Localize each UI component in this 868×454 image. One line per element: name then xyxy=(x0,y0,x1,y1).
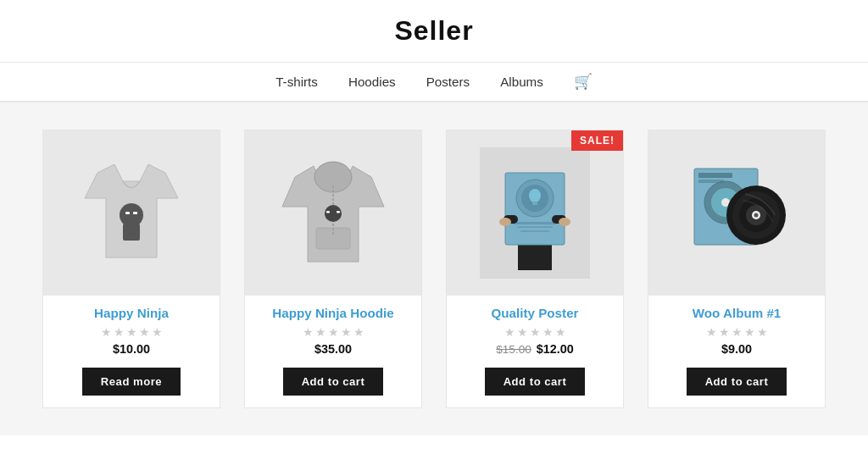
svg-rect-9 xyxy=(316,228,350,249)
products-grid: Happy Ninja ★ ★ ★ ★ ★ $10.00 Read more xyxy=(34,130,834,408)
svg-rect-13 xyxy=(337,211,340,213)
svg-point-20 xyxy=(529,189,541,202)
svg-point-2 xyxy=(120,203,143,227)
hoodie-image xyxy=(278,147,388,279)
svg-point-28 xyxy=(559,218,570,226)
product-card-happy-ninja: Happy Ninja ★ ★ ★ ★ ★ $10.00 Read more xyxy=(42,130,220,408)
products-section: Happy Ninja ★ ★ ★ ★ ★ $10.00 Read more xyxy=(0,102,868,435)
svg-rect-34 xyxy=(698,173,732,178)
svg-point-27 xyxy=(499,218,511,226)
product-image-album xyxy=(648,130,825,296)
product-card-woo-album: Woo Album #1 ★ ★ ★ ★ ★ $9.00 Add to cart xyxy=(648,130,826,408)
page-title: Seller xyxy=(0,15,868,47)
product-price-hoodie: $35.00 xyxy=(314,342,352,356)
nav-posters[interactable]: Posters xyxy=(426,75,470,89)
svg-point-11 xyxy=(325,205,342,222)
navigation: T-shirts Hoodies Posters Albums 🛒 xyxy=(0,63,868,102)
tshirt-image xyxy=(76,147,186,279)
product-title-album[interactable]: Woo Album #1 xyxy=(686,306,788,320)
svg-rect-3 xyxy=(123,224,140,241)
svg-rect-22 xyxy=(514,222,556,224)
svg-rect-24 xyxy=(520,230,549,232)
product-title-happy-ninja[interactable]: Happy Ninja xyxy=(87,306,175,320)
nav-tshirts[interactable]: T-shirts xyxy=(275,75,318,89)
product-price-poster: $15.00 $12.00 xyxy=(496,342,574,356)
sale-badge: SALE! xyxy=(571,130,623,151)
add-to-cart-button-album[interactable]: Add to cart xyxy=(687,368,787,396)
svg-point-41 xyxy=(754,213,759,218)
product-price-happy-ninja: $10.00 xyxy=(113,342,150,356)
page-header: Seller xyxy=(0,0,868,63)
svg-rect-23 xyxy=(517,226,553,228)
product-card-quality-poster: SALE! xyxy=(446,130,624,408)
product-price-album: $9.00 xyxy=(721,342,752,356)
product-image-poster: SALE! xyxy=(447,130,623,296)
nav-hoodies[interactable]: Hoodies xyxy=(348,75,396,89)
cart-icon[interactable]: 🛒 xyxy=(574,73,593,91)
product-rating-album: ★ ★ ★ ★ ★ xyxy=(706,325,768,339)
product-image-happy-ninja xyxy=(43,130,220,296)
svg-rect-5 xyxy=(133,212,137,214)
svg-rect-35 xyxy=(698,180,724,183)
product-rating-poster: ★ ★ ★ ★ ★ xyxy=(504,325,566,339)
svg-rect-4 xyxy=(125,212,130,214)
poster-image xyxy=(480,147,590,279)
product-rating-happy-ninja: ★ ★ ★ ★ ★ xyxy=(101,325,163,339)
read-more-button-happy-ninja[interactable]: Read more xyxy=(82,368,181,396)
product-rating-hoodie: ★ ★ ★ ★ ★ xyxy=(303,325,364,339)
add-to-cart-button-poster[interactable]: Add to cart xyxy=(485,368,586,396)
add-to-cart-button-hoodie[interactable]: Add to cart xyxy=(283,368,384,396)
product-title-poster[interactable]: Quality Poster xyxy=(485,306,586,320)
svg-rect-21 xyxy=(532,202,537,205)
svg-rect-12 xyxy=(326,211,330,213)
album-image xyxy=(682,147,792,279)
product-title-hoodie[interactable]: Happy Ninja Hoodie xyxy=(265,306,400,320)
product-image-hoodie xyxy=(245,130,421,296)
nav-albums[interactable]: Albums xyxy=(500,75,543,89)
product-card-happy-ninja-hoodie: Happy Ninja Hoodie ★ ★ ★ ★ ★ $35.00 Add … xyxy=(244,130,422,408)
